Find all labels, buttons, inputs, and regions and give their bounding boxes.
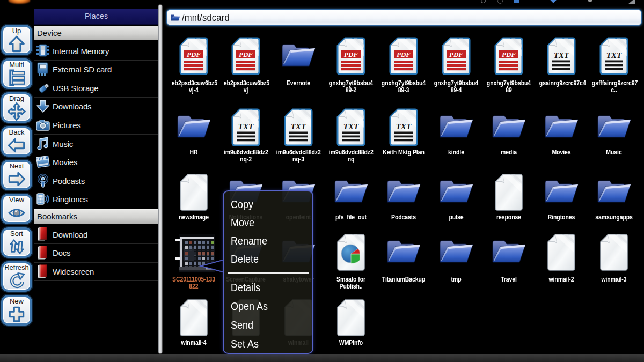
- svg-text:PDF: PDF: [397, 50, 411, 58]
- svg-text:PDF: PDF: [502, 50, 516, 58]
- svg-text:PDF: PDF: [187, 50, 201, 58]
- svg-text:TXT: TXT: [396, 122, 412, 131]
- svg-text:PDF: PDF: [344, 50, 358, 58]
- svg-text:PDF: PDF: [239, 50, 253, 58]
- svg-text:TXT: TXT: [291, 122, 306, 131]
- svg-text:PDF: PDF: [449, 50, 463, 58]
- svg-text:TXT: TXT: [554, 51, 569, 60]
- svg-text:TXT: TXT: [238, 122, 254, 131]
- svg-text:TXT: TXT: [606, 51, 622, 60]
- svg-text:TXT: TXT: [343, 122, 359, 131]
